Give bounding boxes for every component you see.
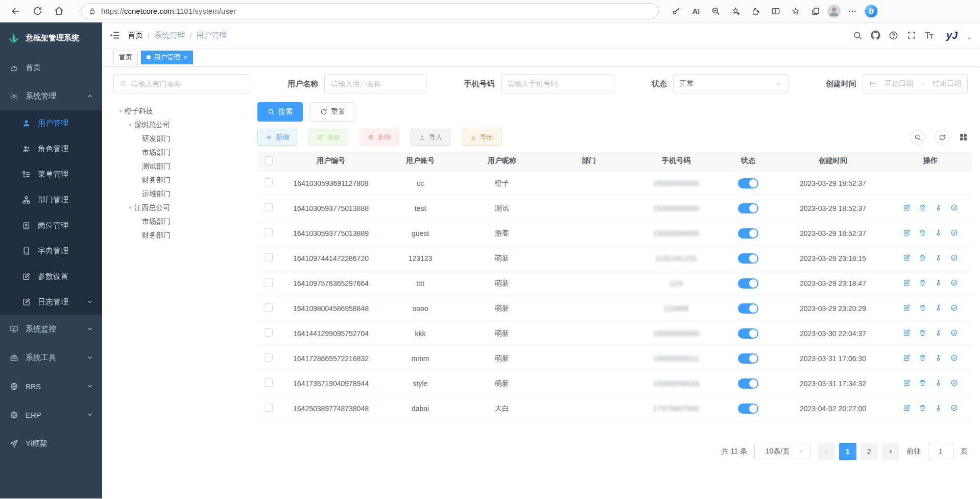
- tree-node[interactable]: 研发部门: [113, 132, 250, 146]
- row-reset-password-icon[interactable]: [935, 303, 943, 312]
- row-reset-password-icon[interactable]: [935, 203, 943, 211]
- username-input[interactable]: [324, 74, 426, 93]
- row-assign-role-icon[interactable]: [950, 353, 959, 362]
- sidebar-item-log-mgmt[interactable]: 日志管理: [0, 289, 102, 315]
- row-edit-icon[interactable]: [903, 228, 911, 236]
- show-search-toggle-icon[interactable]: [910, 130, 925, 145]
- status-toggle[interactable]: [738, 203, 758, 213]
- row-checkbox[interactable]: [265, 278, 273, 287]
- row-reset-password-icon[interactable]: [935, 278, 943, 287]
- reset-button[interactable]: 重置: [310, 102, 355, 122]
- tree-node[interactable]: 测试部门: [113, 159, 250, 173]
- sidebar-item-yi-framework[interactable]: Yi框架: [0, 429, 102, 458]
- add-button[interactable]: 新增: [257, 129, 297, 146]
- sidebar-item-menu-mgmt[interactable]: 菜单管理: [0, 161, 102, 187]
- dept-search-input[interactable]: [113, 74, 250, 93]
- row-reset-password-icon[interactable]: [935, 353, 943, 362]
- row-edit-icon[interactable]: [903, 303, 911, 312]
- split-screen-icon[interactable]: [768, 3, 784, 19]
- refresh-table-icon[interactable]: [935, 130, 950, 145]
- page-size-select[interactable]: 10条/页: [754, 443, 810, 460]
- tree-node[interactable]: 市场部门: [113, 215, 250, 228]
- extensions-icon[interactable]: [748, 3, 764, 19]
- collapse-sidebar-icon[interactable]: [109, 30, 121, 41]
- row-assign-role-icon[interactable]: [950, 328, 959, 337]
- status-toggle[interactable]: [738, 228, 758, 239]
- row-assign-role-icon[interactable]: [950, 403, 959, 412]
- status-toggle[interactable]: [738, 278, 758, 289]
- status-toggle[interactable]: [738, 328, 758, 339]
- tree-node[interactable]: ▾橙子科技: [113, 104, 250, 118]
- row-reset-password-icon[interactable]: [935, 403, 943, 412]
- tree-node[interactable]: ▾江西总公司: [113, 201, 250, 215]
- row-assign-role-icon[interactable]: [950, 203, 959, 211]
- row-checkbox[interactable]: [265, 403, 273, 412]
- row-checkbox[interactable]: [265, 203, 273, 211]
- row-checkbox[interactable]: [265, 328, 273, 337]
- date-range-picker[interactable]: 开始日期 - 结束日期: [863, 74, 968, 93]
- read-aloud-icon[interactable]: A): [688, 3, 704, 19]
- row-delete-icon[interactable]: [919, 228, 927, 236]
- search-button[interactable]: 搜索: [257, 102, 303, 122]
- fullscreen-icon[interactable]: [906, 31, 916, 40]
- phone-input[interactable]: [501, 74, 614, 93]
- status-select[interactable]: 正常: [673, 74, 788, 93]
- row-reset-password-icon[interactable]: [935, 328, 943, 337]
- row-edit-icon[interactable]: [903, 378, 911, 387]
- header-search-icon[interactable]: [853, 31, 863, 40]
- zoom-out-icon[interactable]: [708, 3, 724, 19]
- browser-menu-icon[interactable]: [844, 3, 861, 19]
- status-toggle[interactable]: [738, 303, 758, 314]
- sidebar-item-system-mgmt[interactable]: 系统管理: [0, 82, 102, 110]
- sidebar-item-bbs[interactable]: BBS: [0, 372, 102, 400]
- browser-address-bar[interactable]: https://ccnetcore.com:1101/system/user: [81, 3, 659, 19]
- row-delete-icon[interactable]: [919, 203, 927, 211]
- prev-page-button[interactable]: [818, 443, 835, 460]
- row-reset-password-icon[interactable]: [935, 253, 943, 262]
- edit-button[interactable]: 修改: [308, 129, 348, 146]
- collections-icon[interactable]: [807, 3, 824, 19]
- row-reset-password-icon[interactable]: [935, 378, 943, 387]
- tree-node[interactable]: 财务部门: [113, 173, 250, 187]
- select-all-checkbox[interactable]: [265, 156, 273, 164]
- sidebar-item-system-monitor[interactable]: 系统监控: [0, 315, 102, 343]
- sidebar-item-dept-mgmt[interactable]: 部门管理: [0, 187, 102, 212]
- row-delete-icon[interactable]: [919, 378, 927, 387]
- breadcrumb-home[interactable]: 首页: [128, 31, 143, 40]
- status-toggle[interactable]: [738, 178, 758, 188]
- row-edit-icon[interactable]: [903, 403, 911, 412]
- browser-back-button[interactable]: [7, 3, 25, 20]
- add-favorite-icon[interactable]: [728, 3, 744, 19]
- row-checkbox[interactable]: [265, 253, 273, 262]
- row-checkbox[interactable]: [265, 353, 273, 362]
- font-size-icon[interactable]: [924, 31, 934, 40]
- row-delete-icon[interactable]: [919, 303, 927, 312]
- tree-node[interactable]: 市场部门: [113, 146, 250, 159]
- row-delete-icon[interactable]: [919, 353, 927, 362]
- row-delete-icon[interactable]: [919, 253, 927, 262]
- tree-node[interactable]: ▾深圳总公司: [113, 118, 250, 132]
- tag-user-mgmt[interactable]: 用户管理 ×: [141, 51, 193, 64]
- column-settings-icon[interactable]: [959, 133, 968, 141]
- row-assign-role-icon[interactable]: [950, 303, 959, 312]
- delete-button[interactable]: 删除: [360, 129, 399, 146]
- row-checkbox[interactable]: [265, 178, 273, 186]
- row-assign-role-icon[interactable]: [950, 253, 959, 262]
- help-icon[interactable]: [889, 31, 898, 40]
- favorites-bar-icon[interactable]: [787, 3, 804, 19]
- user-avatar[interactable]: yJ: [942, 28, 962, 43]
- browser-refresh-button[interactable]: [29, 3, 46, 20]
- export-button[interactable]: 导出: [462, 129, 501, 146]
- browser-profile-avatar[interactable]: [827, 5, 841, 18]
- close-tag-icon[interactable]: ×: [183, 54, 187, 61]
- password-key-icon[interactable]: [668, 3, 684, 19]
- status-toggle[interactable]: [738, 403, 758, 414]
- tree-node[interactable]: 财务部门: [113, 228, 250, 242]
- status-toggle[interactable]: [738, 378, 758, 389]
- sidebar-item-system-tools[interactable]: 系统工具: [0, 343, 102, 372]
- sidebar-item-home[interactable]: 首页: [0, 53, 102, 82]
- row-delete-icon[interactable]: [919, 278, 927, 287]
- goto-page-input[interactable]: [928, 443, 953, 460]
- github-icon[interactable]: [871, 31, 880, 40]
- row-edit-icon[interactable]: [903, 203, 911, 211]
